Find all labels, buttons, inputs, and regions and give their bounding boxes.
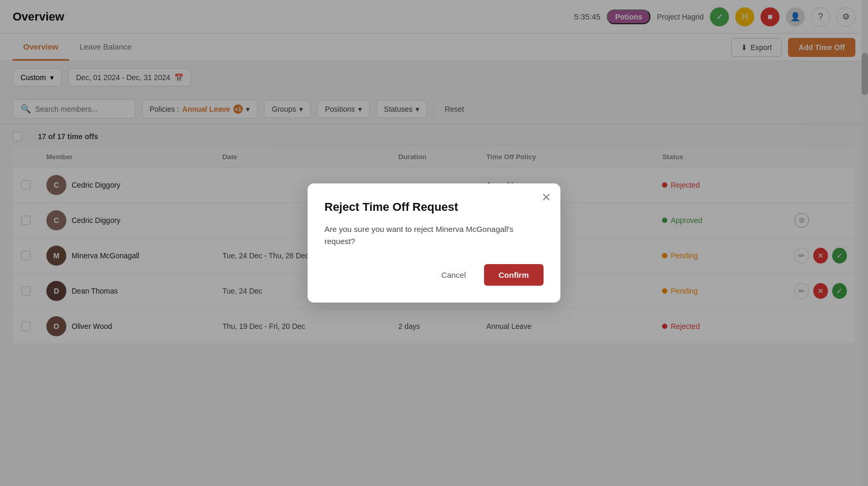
modal-actions: Cancel Confirm (324, 264, 544, 286)
modal-title: Reject Time Off Request (324, 200, 544, 214)
reject-modal: ✕ Reject Time Off Request Are you sure y… (308, 183, 560, 303)
cancel-button[interactable]: Cancel (432, 264, 476, 286)
modal-body: Are you sure you want to reject Minerva … (324, 223, 544, 247)
confirm-button[interactable]: Confirm (484, 264, 544, 286)
modal-close-button[interactable]: ✕ (541, 192, 551, 203)
modal-overlay: ✕ Reject Time Off Request Are you sure y… (0, 0, 868, 344)
